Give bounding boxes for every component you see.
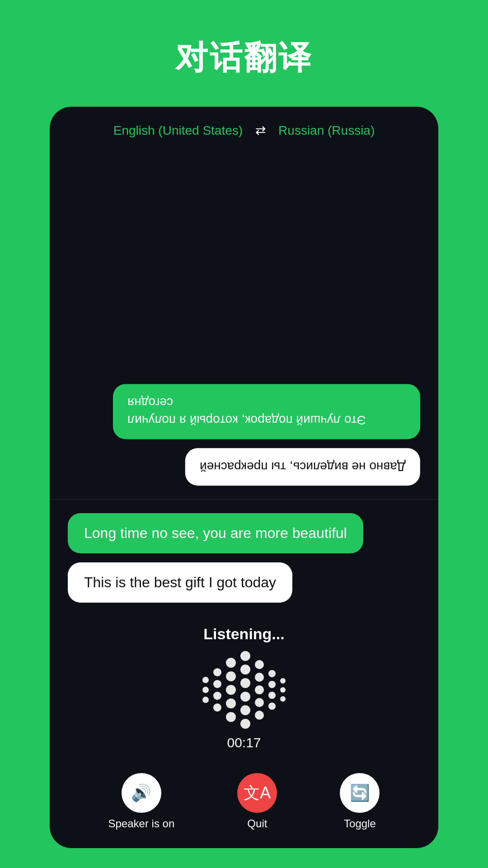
listening-area: Listening... [50, 612, 438, 764]
chat-lower-section: Long time no see, you are more beautiful… [50, 500, 438, 612]
chat-bubble-english-1: Long time no see, you are more beautiful [68, 513, 363, 553]
translate-icon: 文A [244, 782, 271, 804]
language-header: English (United States) ⇄ Russian (Russi… [50, 107, 438, 151]
wave-col-4 [240, 651, 250, 729]
toggle-control: 🔄 Toggle [340, 773, 380, 830]
app-title: 对话翻译 [175, 36, 313, 80]
chat-bubble-english-2: This is the best gift I got today [68, 562, 292, 603]
chat-bubble-russian-1: Это лучший подарок, который я получил се… [113, 384, 420, 439]
quit-button[interactable]: 文A [237, 773, 277, 813]
wave-col-2 [213, 668, 221, 712]
toggle-icon: 🔄 [350, 783, 370, 802]
target-language-label[interactable]: Russian (Russia) [278, 123, 375, 138]
wave-col-1 [202, 677, 209, 703]
speaker-icon: 🔊 [131, 783, 151, 802]
phone-card: English (United States) ⇄ Russian (Russi… [50, 107, 438, 848]
wave-col-7 [280, 678, 286, 702]
bottom-controls: 🔊 Speaker is on 文A Quit 🔄 Toggle [50, 764, 438, 848]
source-language-label[interactable]: English (United States) [113, 123, 243, 138]
swap-languages-icon[interactable]: ⇄ [255, 123, 266, 138]
wave-col-6 [268, 670, 276, 710]
waveform-visualizer [68, 654, 420, 726]
quit-control: 文A Quit [237, 773, 277, 830]
speaker-control: 🔊 Speaker is on [108, 773, 175, 830]
quit-label: Quit [247, 817, 267, 830]
toggle-button[interactable]: 🔄 [340, 773, 380, 813]
speaker-label: Speaker is on [108, 817, 175, 830]
chat-upper-section: Это лучший подарок, который я получил се… [50, 151, 438, 499]
toggle-label: Toggle [344, 817, 376, 830]
wave-col-3 [226, 658, 236, 722]
listening-status: Listening... [203, 625, 284, 643]
chat-bubble-russian-2: Давно не виделись, ты прекрасней [185, 448, 420, 486]
speaker-button[interactable]: 🔊 [122, 773, 161, 813]
recording-timer: 00:17 [227, 735, 261, 750]
wave-col-5 [255, 660, 264, 720]
